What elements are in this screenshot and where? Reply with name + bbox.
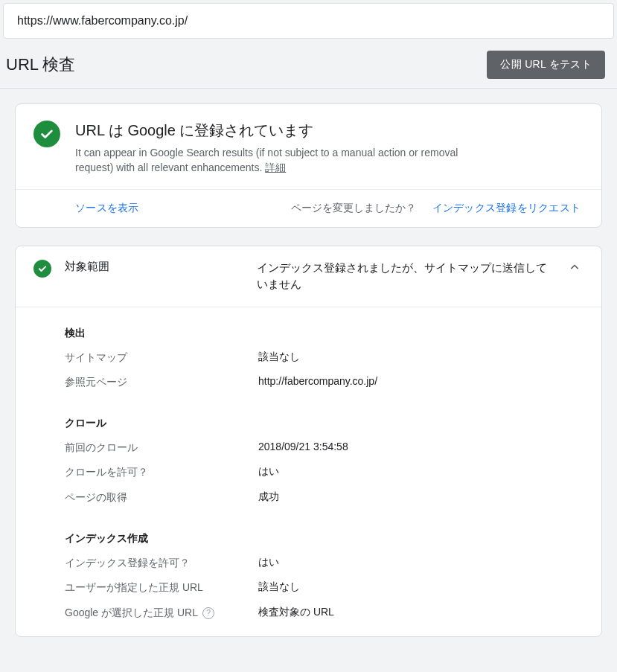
action-row: ソースを表示 ページを変更しましたか？ インデックス登録をリクエスト bbox=[16, 189, 601, 227]
kv-last-crawl: 前回のクロール 2018/09/21 3:54:58 bbox=[65, 441, 584, 455]
kv-referrer: 参照元ページ http://fabercompany.co.jp/ bbox=[65, 375, 584, 390]
status-description: It can appear in Google Search results (… bbox=[75, 145, 477, 176]
kv-user-canonical: ユーザーが指定した正規 URL 該当なし bbox=[65, 580, 584, 595]
fetch-value: 成功 bbox=[258, 490, 584, 504]
request-indexing-link[interactable]: インデックス登録をリクエスト bbox=[432, 202, 581, 215]
sitemap-value: 該当なし bbox=[258, 351, 584, 364]
sitemap-label: サイトマップ bbox=[65, 351, 258, 365]
indexing-allowed-value: はい bbox=[258, 556, 584, 569]
view-source-link[interactable]: ソースを表示 bbox=[75, 202, 139, 215]
page-title: URL 検査 bbox=[6, 54, 75, 76]
chevron-up-icon bbox=[566, 260, 584, 275]
kv-fetch: ページの取得 成功 bbox=[65, 490, 584, 505]
last-crawl-label: 前回のクロール bbox=[65, 441, 258, 455]
coverage-label: 対象範囲 bbox=[65, 260, 243, 274]
page-header: URL 検査 公開 URL をテスト bbox=[0, 42, 617, 89]
coverage-body: 検出 サイトマップ 該当なし 参照元ページ http://fabercompan… bbox=[16, 307, 601, 637]
status-block: URL は Google に登録されています It can appear in … bbox=[16, 104, 601, 189]
user-canonical-value: 該当なし bbox=[258, 580, 584, 594]
coverage-summary: インデックス登録されましたが、サイトマップに送信していません bbox=[257, 260, 552, 293]
check-circle-icon bbox=[33, 121, 60, 147]
indexing-group-title: インデックス作成 bbox=[65, 532, 584, 545]
crawl-allowed-value: はい bbox=[258, 465, 584, 479]
coverage-card: 対象範囲 インデックス登録されましたが、サイトマップに送信していません 検出 サ… bbox=[15, 246, 602, 638]
user-canonical-label: ユーザーが指定した正規 URL bbox=[65, 580, 258, 595]
url-input[interactable]: https://www.fabercompany.co.jp/ bbox=[3, 3, 614, 39]
kv-indexing-allowed: インデックス登録を許可？ はい bbox=[65, 556, 584, 571]
kv-crawl-allowed: クロールを許可？ はい bbox=[65, 465, 584, 480]
check-circle-icon bbox=[33, 260, 51, 278]
fetch-label: ページの取得 bbox=[65, 490, 258, 505]
crawl-group-title: クロール bbox=[65, 417, 584, 430]
referrer-value: http://fabercompany.co.jp/ bbox=[258, 375, 584, 387]
discovery-group-title: 検出 bbox=[65, 327, 584, 340]
coverage-header[interactable]: 対象範囲 インデックス登録されましたが、サイトマップに送信していません bbox=[16, 246, 601, 307]
crawl-allowed-label: クロールを許可？ bbox=[65, 465, 258, 480]
content-area: URL は Google に登録されています It can appear in … bbox=[0, 89, 617, 670]
indexing-allowed-label: インデックス登録を許可？ bbox=[65, 556, 258, 571]
help-icon[interactable]: ? bbox=[202, 607, 214, 619]
status-text: URL は Google に登録されています It can appear in … bbox=[75, 121, 477, 176]
status-card: URL は Google に登録されています It can appear in … bbox=[15, 103, 602, 228]
test-live-url-button[interactable]: 公開 URL をテスト bbox=[487, 51, 605, 79]
action-right: ページを変更しましたか？ インデックス登録をリクエスト bbox=[291, 202, 581, 215]
referrer-label: 参照元ページ bbox=[65, 375, 258, 390]
last-crawl-value: 2018/09/21 3:54:58 bbox=[258, 441, 584, 452]
google-canonical-label: Google が選択した正規 URL ? bbox=[65, 606, 258, 621]
kv-sitemap: サイトマップ 該当なし bbox=[65, 351, 584, 365]
status-title: URL は Google に登録されています bbox=[75, 121, 477, 141]
details-link[interactable]: 詳細 bbox=[265, 161, 286, 173]
google-canonical-value: 検査対象の URL bbox=[258, 606, 584, 619]
page-changed-text: ページを変更しましたか？ bbox=[291, 202, 416, 215]
kv-google-canonical: Google が選択した正規 URL ? 検査対象の URL bbox=[65, 606, 584, 621]
